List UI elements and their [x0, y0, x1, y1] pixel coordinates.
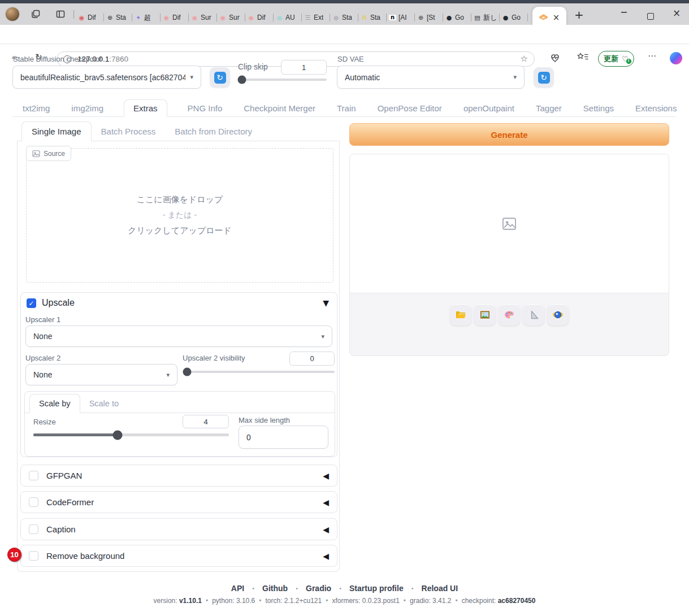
separator: • [252, 585, 254, 592]
footer-link-github[interactable]: Github [262, 584, 288, 593]
tab-openoutpaint[interactable]: openOutpaint [462, 100, 515, 116]
slider-handle[interactable] [112, 430, 122, 440]
checkbox-remove-background[interactable] [29, 551, 38, 561]
tab-close-icon[interactable]: × [553, 14, 560, 22]
subtab-batch-process[interactable]: Batch Process [92, 122, 166, 141]
annotation-step-badge: 10 [7, 548, 21, 562]
window-minimize-button[interactable]: − [620, 8, 627, 17]
window-maximize-button[interactable] [647, 13, 654, 20]
tab-checkpoint-merger[interactable]: Checkpoint Merger [242, 100, 317, 116]
resize-input[interactable]: 4 [183, 415, 229, 428]
folder-open-button[interactable] [450, 304, 471, 326]
browser-tab[interactable]: n[AI [387, 11, 415, 24]
subtab-scale-by[interactable]: Scale by [29, 394, 80, 413]
accordion-gfpgan[interactable]: GFPGAN◀ [20, 465, 337, 487]
accordion-remove-background[interactable]: Remove background◀ [20, 545, 337, 567]
browser-tab[interactable]: ◉Sur [217, 11, 245, 24]
footer-link-startup-profile[interactable]: Startup profile [349, 584, 404, 593]
slider-handle[interactable] [183, 368, 192, 376]
resize-slider[interactable] [33, 433, 229, 436]
browser-tab-title: 超 [144, 13, 151, 23]
browser-tab[interactable]: ◉Dif [161, 11, 189, 24]
upscaler2-dropdown[interactable]: None [25, 364, 177, 385]
image-drop-zone[interactable]: ここに画像をドロップ - または - クリックしてアップロード [26, 148, 333, 283]
browser-update-button[interactable]: 更新 ♡! [598, 51, 634, 67]
browser-tab[interactable]: ◉Sur [189, 11, 217, 24]
browser-tab[interactable]: ☰Ext [302, 11, 330, 24]
subtab-batch-from-directory[interactable]: Batch from Directory [165, 122, 262, 141]
browser-tab-title: Go [455, 14, 464, 21]
checkpoint-dropdown[interactable]: beautifulRealistic_brav5.safetensors [ac… [12, 66, 201, 89]
tab-train[interactable]: Train [336, 100, 357, 116]
workspaces-icon[interactable] [31, 9, 41, 19]
separator: • [339, 585, 341, 592]
tab-img2img[interactable]: img2img [70, 100, 105, 116]
tab-extras[interactable]: Extras [124, 99, 167, 117]
browser-tab[interactable]: ◉Dif [245, 11, 274, 24]
bookmark-star-icon[interactable]: ☆ [521, 55, 528, 63]
separator: • [400, 597, 410, 605]
checkbox-caption[interactable] [29, 524, 38, 534]
upscaler1-dropdown[interactable]: None [25, 326, 332, 347]
checkbox-codeformer[interactable] [29, 497, 38, 507]
divider [73, 10, 74, 19]
upscaler2-visibility-input[interactable]: 0 [289, 352, 335, 366]
openoutpaint-orb-button[interactable] [547, 304, 569, 326]
palette-button[interactable] [499, 304, 520, 326]
clip-skip-input[interactable]: 1 [281, 60, 327, 75]
profile-avatar[interactable] [6, 7, 19, 21]
extras-tab-body: Source ここに画像をドロップ - または - クリックしてアップロード U… [17, 141, 340, 572]
sd-vae-dropdown[interactable]: Automatic [337, 66, 525, 89]
browser-tab[interactable]: ⊕Sta [104, 11, 132, 24]
version-item: version: v1.10.1 [154, 597, 202, 605]
generate-button[interactable]: Generate [349, 123, 669, 146]
footer-link-gradio[interactable]: Gradio [306, 584, 331, 593]
collapse-arrow-icon[interactable] [323, 298, 329, 307]
url-port: :7860 [109, 55, 128, 63]
tab-txt2img[interactable]: txt2img [21, 100, 51, 116]
browser-tab[interactable]: ●Sta [330, 11, 358, 24]
browser-tab[interactable]: ◉Dif [76, 11, 104, 24]
copilot-icon[interactable] [670, 52, 682, 64]
upscaler2-visibility-slider[interactable] [183, 371, 335, 373]
refresh-checkpoint-button[interactable]: ↻ [210, 67, 230, 88]
tab-openpose-editor[interactable]: OpenPose Editor [376, 100, 443, 116]
resize-label: Resize [33, 418, 56, 426]
browser-tab[interactable]: NSta [358, 11, 387, 24]
window-close-button[interactable]: × [673, 8, 681, 18]
checkbox-gfpgan[interactable] [29, 471, 38, 480]
browser-essentials-icon[interactable] [549, 52, 561, 63]
framed-picture-button[interactable] [474, 304, 496, 326]
favorites-icon[interactable] [577, 52, 589, 62]
subtab-scale-to[interactable]: Scale to [80, 394, 128, 413]
browser-tab[interactable]: ●Go [443, 11, 471, 24]
refresh-vae-button[interactable]: ↻ [534, 67, 554, 88]
browser-tab[interactable]: ●AU [274, 11, 302, 24]
pin-favicon: ◉ [163, 15, 170, 21]
browser-tab[interactable]: ✦超 [132, 11, 161, 24]
accordion-label: Caption [46, 524, 76, 534]
more-menu-icon[interactable]: ⋯ [648, 52, 657, 60]
browser-tab[interactable]: ●Go [500, 11, 528, 24]
new-tab-button[interactable]: + [574, 9, 584, 20]
tab-extensions[interactable]: Extensions [634, 100, 678, 116]
tab-tagger[interactable]: Tagger [535, 100, 563, 116]
triangle-ruler-button[interactable] [523, 304, 544, 326]
tab-settings[interactable]: Settings [582, 100, 615, 116]
lettern-favicon: n [389, 15, 396, 20]
browser-tab[interactable]: ▤新し [471, 11, 500, 24]
browser-titlebar: ◉Dif⊕Sta✦超◉Dif◉Sur◉Sur◉Dif●AU☰Ext●StaNSt… [0, 3, 689, 25]
tab-png-info[interactable]: PNG Info [187, 100, 224, 116]
max-side-input[interactable]: 0 [239, 426, 328, 449]
subtab-single-image[interactable]: Single Image [21, 122, 92, 141]
clip-skip-label: Clip skip [238, 62, 268, 71]
footer-link-api[interactable]: API [231, 584, 244, 593]
footer-link-reload-ui[interactable]: Reload UI [422, 584, 458, 593]
browser-tab[interactable]: ⊕[St [415, 11, 443, 24]
checkbox-upscale[interactable] [27, 298, 36, 308]
accordion-caption[interactable]: Caption◀ [20, 518, 337, 540]
slider-handle[interactable] [238, 76, 246, 84]
clip-skip-slider[interactable] [238, 79, 327, 81]
accordion-codeformer[interactable]: CodeFormer◀ [20, 491, 337, 513]
tab-actions-icon[interactable] [55, 9, 66, 19]
